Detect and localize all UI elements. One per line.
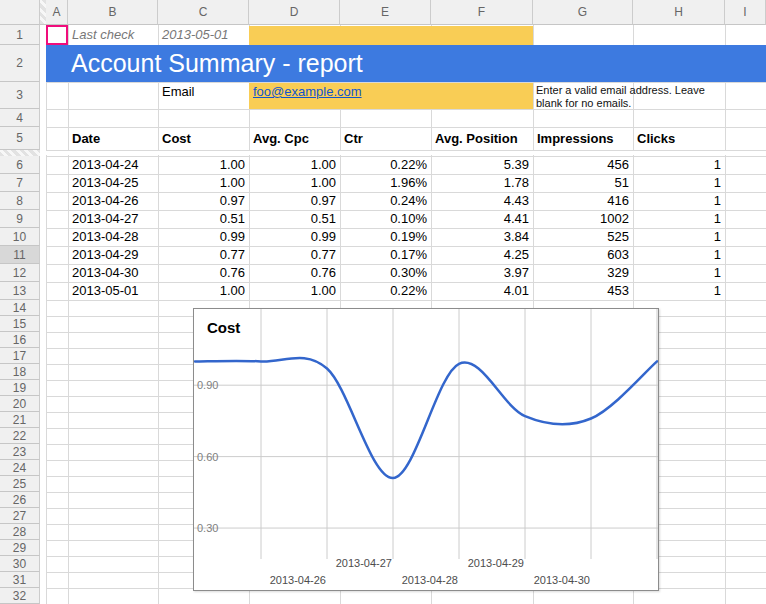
table-cell[interactable]: 1.00 [158,174,249,192]
table-header-cell[interactable]: Avg. Position [431,127,533,150]
table-cell[interactable]: 0.97 [249,192,340,210]
table-cell[interactable]: 1 [633,192,725,210]
table-cell[interactable]: 1 [633,282,725,300]
spreadsheet-app: ABCDEFGHI1234567891011121314151617181920… [0,0,766,604]
table-cell[interactable]: 3.97 [431,264,533,282]
table-cell[interactable]: 3.84 [431,228,533,246]
table-cell[interactable]: 1 [633,156,725,174]
table-cell[interactable]: 1 [633,246,725,264]
table-header-cell[interactable]: Avg. Cpc [249,127,340,150]
table-cell[interactable]: 4.25 [431,246,533,264]
table-cell[interactable]: 0.19% [340,228,431,246]
chart-x-tick-label: 2013-04-28 [402,574,458,586]
chart-x-tick-label: 2013-04-29 [468,557,524,569]
chart-x-tick-label: 2013-04-30 [534,574,590,586]
table-cell[interactable]: 0.77 [158,246,249,264]
table-cell[interactable]: 0.51 [158,210,249,228]
table-cell[interactable]: 0.10% [340,210,431,228]
table-cell[interactable]: 1.00 [249,282,340,300]
table-cell[interactable]: 1.00 [249,156,340,174]
table-cell[interactable]: 1.00 [158,282,249,300]
table-cell[interactable]: 0.76 [158,264,249,282]
table-cell[interactable]: 1 [633,210,725,228]
table-cell[interactable]: 416 [533,192,633,210]
table-cell[interactable]: 1.78 [431,174,533,192]
table-cell[interactable]: 2013-05-01 [68,282,158,300]
table-cell[interactable]: 1 [633,228,725,246]
table-cell[interactable]: 2013-04-29 [68,246,158,264]
table-cell[interactable]: 525 [533,228,633,246]
table-cell[interactable]: 2013-04-27 [68,210,158,228]
chart-y-tick-label: 0.30 [197,522,218,534]
table-cell[interactable]: 453 [533,282,633,300]
table-header-cell[interactable]: Cost [158,127,249,150]
chart-x-tick-label: 2013-04-26 [270,574,326,586]
table-cell[interactable]: 1002 [533,210,633,228]
table-cell[interactable]: 0.17% [340,246,431,264]
table-cell[interactable]: 2013-04-24 [68,156,158,174]
table-header-cell[interactable]: Clicks [633,127,725,150]
table-cell[interactable]: 329 [533,264,633,282]
table-cell[interactable]: 0.99 [249,228,340,246]
table-cell[interactable]: 0.77 [249,246,340,264]
chart-x-tick-label: 2013-04-27 [336,557,392,569]
table-cell[interactable]: 1 [633,174,725,192]
chart-y-tick-label: 0.60 [197,451,218,463]
table-cell[interactable]: 1.00 [249,174,340,192]
table-cell[interactable]: 1 [633,264,725,282]
table-cell[interactable]: 0.99 [158,228,249,246]
table-cell[interactable]: 4.43 [431,192,533,210]
table-cell[interactable]: 0.30% [340,264,431,282]
table-cell[interactable]: 0.22% [340,156,431,174]
table-cell[interactable]: 1.00 [158,156,249,174]
table-cell[interactable]: 0.24% [340,192,431,210]
table-cell[interactable]: 456 [533,156,633,174]
table-cell[interactable]: 2013-04-26 [68,192,158,210]
table-cell[interactable]: 603 [533,246,633,264]
table-cell[interactable]: 2013-04-28 [68,228,158,246]
table-cell[interactable]: 5.39 [431,156,533,174]
cost-chart[interactable]: Cost 0.300.600.902013-04-262013-04-27201… [193,308,659,591]
table-cell[interactable]: 0.51 [249,210,340,228]
table-cell[interactable]: 2013-04-30 [68,264,158,282]
table-cell[interactable]: 51 [533,174,633,192]
selected-cell-a1[interactable] [46,25,68,45]
table-cell[interactable]: 0.97 [158,192,249,210]
table-cell[interactable]: 4.01 [431,282,533,300]
table-cell[interactable]: 0.22% [340,282,431,300]
table-header-cell[interactable]: Date [68,127,158,150]
table-header-cell[interactable]: Ctr [340,127,431,150]
table-cell[interactable]: 0.76 [249,264,340,282]
table-cell[interactable]: 1.96% [340,174,431,192]
chart-title: Cost [207,319,240,336]
chart-cost-line [195,358,657,478]
table-header-cell[interactable]: Impressions [533,127,633,150]
table-cell[interactable]: 2013-04-25 [68,174,158,192]
table-cell[interactable]: 4.41 [431,210,533,228]
chart-plot-area: 0.300.600.902013-04-262013-04-272013-04-… [194,309,658,590]
chart-y-tick-label: 0.90 [197,379,218,391]
